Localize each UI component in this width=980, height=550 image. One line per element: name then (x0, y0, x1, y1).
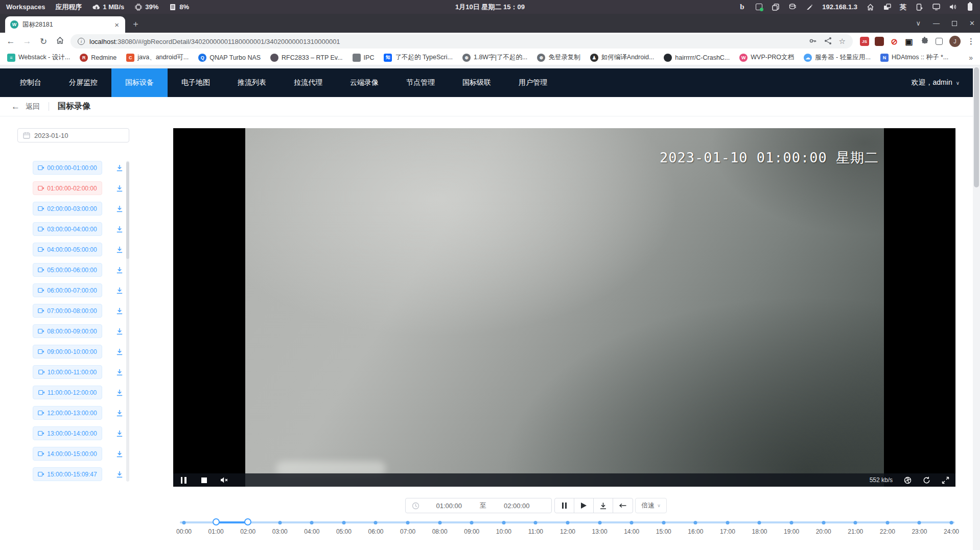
timeline-hour-dot[interactable] (854, 521, 857, 524)
segment-download-button[interactable] (116, 430, 123, 437)
segment-download-button[interactable] (116, 205, 123, 212)
nav-item[interactable]: 国标设备 (111, 68, 168, 97)
timeline-hour-dot[interactable] (438, 521, 441, 524)
forward-button[interactable]: → (21, 36, 33, 46)
bookmark-item[interactable]: ⊕ 免登录复制 (537, 53, 580, 62)
extensions-puzzle-icon[interactable] (920, 36, 929, 47)
timeline-hour-dot[interactable] (598, 521, 601, 524)
timeline-range-handle[interactable] (213, 518, 220, 525)
segment-button[interactable]: 06:00:00-07:00:00 (33, 283, 102, 297)
tab-search-icon[interactable]: ∨ (916, 19, 921, 27)
pause-button[interactable] (555, 498, 574, 513)
nav-item[interactable]: 国标级联 (449, 68, 505, 97)
volume-tray-icon[interactable] (949, 3, 957, 11)
segment-button[interactable]: 13:00:00-14:00:00 (33, 426, 102, 440)
segment-download-button[interactable] (116, 450, 123, 458)
segment-button[interactable]: 08:00:00-09:00:00 (33, 324, 102, 338)
timeline-slider[interactable]: 00:0001:0002:0003:0004:0005:0006:0007:00… (0, 521, 973, 547)
car-extension[interactable] (875, 37, 884, 46)
segment-button[interactable]: 04:00:00-05:00:00 (33, 243, 102, 256)
home-tray-icon[interactable] (866, 3, 874, 11)
window-maximize-button[interactable] (952, 21, 957, 26)
segment-button[interactable]: 05:00:00-06:00:00 (33, 263, 102, 277)
timeline-hour-dot[interactable] (534, 521, 538, 524)
site-info-icon[interactable]: i (78, 38, 85, 45)
bookmark-item[interactable]: ⊕ 1.8W字|了不起的... (462, 53, 527, 62)
window-minimize-button[interactable]: — (933, 19, 940, 27)
nav-item[interactable]: 节点管理 (392, 68, 449, 97)
download-button[interactable] (594, 498, 613, 513)
workspace-switcher-icon[interactable] (883, 3, 891, 11)
timeline-track[interactable] (180, 521, 954, 523)
timeline-hour-dot[interactable] (694, 521, 697, 524)
drink-tray-icon[interactable] (788, 3, 797, 11)
page-scrollbar-thumb[interactable] (974, 67, 979, 187)
timeline-hour-dot[interactable] (726, 521, 729, 524)
bookmark-item[interactable]: N HDAtmos :: 种子 *... (880, 53, 948, 62)
segment-list-scrollbar[interactable] (126, 161, 129, 482)
clipboard-tray-icon[interactable] (772, 3, 780, 11)
timeline-hour-dot[interactable] (502, 521, 505, 524)
segment-button[interactable]: 15:00:00-15:09:47 (33, 467, 102, 481)
window-close-button[interactable]: ✕ (969, 19, 975, 27)
nav-item[interactable]: 分屏监控 (55, 68, 111, 97)
applications-button[interactable]: 应用程序 (55, 3, 82, 12)
segment-download-button[interactable] (116, 164, 123, 172)
timeline-hour-dot[interactable] (278, 521, 282, 524)
bookmark-item[interactable]: W WVP-PRO文档 (739, 53, 794, 62)
timeline-hour-dot[interactable] (790, 521, 794, 524)
player-refresh-icon[interactable] (922, 476, 930, 484)
address-bar[interactable]: i localhost:38080/#/gbRecordDetail/34020… (71, 34, 853, 49)
bookmark-item[interactable]: ☁ 服务器 - 轻量应用... (804, 53, 871, 62)
segment-button[interactable]: 11:00:00-12:00:00 (33, 386, 102, 399)
timeline-hour-dot[interactable] (342, 521, 345, 524)
timeline-hour-dot[interactable] (758, 521, 761, 524)
timeline-hour-dot[interactable] (630, 521, 634, 524)
segment-download-button[interactable] (116, 287, 123, 294)
segment-button[interactable]: 02:00:00-03:00:00 (33, 202, 102, 216)
reload-button[interactable]: ↻ (38, 36, 49, 47)
timeline-range-handle[interactable] (244, 518, 251, 525)
bing-tray-icon[interactable]: b (738, 3, 746, 11)
share-icon[interactable] (824, 37, 832, 46)
segment-button[interactable]: 00:00:00-01:00:00 (33, 161, 102, 175)
bookmarks-overflow-icon[interactable]: » (969, 54, 973, 62)
page-scrollbar[interactable] (973, 65, 980, 550)
blocked-extension[interactable]: ⊘ (890, 37, 899, 46)
segment-button[interactable]: 03:00:00-04:00:00 (33, 222, 102, 236)
segment-download-button[interactable] (116, 328, 123, 335)
segment-button[interactable]: 12:00:00-13:00:00 (33, 406, 102, 420)
timeline-hour-dot[interactable] (662, 521, 665, 524)
passwords-key-icon[interactable] (809, 37, 817, 46)
bookmark-star-icon[interactable]: ☆ (839, 37, 846, 46)
workspaces-button[interactable]: Workspaces (6, 3, 45, 11)
nav-item[interactable]: 用户管理 (505, 68, 561, 97)
ip-address[interactable]: 192.168.1.3 (822, 3, 857, 11)
player-fullscreen-icon[interactable] (941, 476, 949, 484)
timeline-hour-dot[interactable] (949, 521, 953, 524)
bookmark-item[interactable]: ≡ Webstack - 设计... (7, 53, 70, 62)
player-stop-button[interactable] (200, 476, 208, 484)
segment-download-button[interactable] (116, 471, 123, 478)
segment-download-button[interactable] (116, 185, 123, 192)
nav-item[interactable]: 电子地图 (168, 68, 224, 97)
date-picker[interactable]: 2023-01-10 (17, 128, 129, 142)
timeline-hour-dot[interactable] (374, 521, 378, 524)
home-button[interactable] (54, 36, 65, 47)
clock[interactable]: 1月10日 星期二 15：09 (455, 3, 525, 12)
segment-download-button[interactable] (116, 226, 123, 233)
segment-download-button[interactable] (116, 410, 123, 417)
input-method-indicator[interactable]: 英 (900, 3, 906, 12)
bookmark-item[interactable]: RFC2833 – RTP Ev... (270, 54, 343, 62)
timeline-hour-dot[interactable] (566, 521, 569, 524)
bookmark-item[interactable]: ♟ 如何编译Android... (590, 53, 655, 62)
frame-extension[interactable]: ▣ (904, 37, 914, 46)
back-arrow-icon[interactable]: ← (11, 102, 20, 112)
time-range-input[interactable]: 01:00:00 至 02:00:00 (405, 498, 552, 513)
tab-close-icon[interactable]: × (113, 21, 120, 29)
seek-back-button[interactable] (613, 498, 633, 513)
bookmark-item[interactable]: IPC (353, 54, 375, 62)
phone-link-icon[interactable] (915, 3, 923, 11)
segment-button[interactable]: 07:00:00-08:00:00 (33, 304, 102, 318)
segment-download-button[interactable] (116, 369, 123, 376)
